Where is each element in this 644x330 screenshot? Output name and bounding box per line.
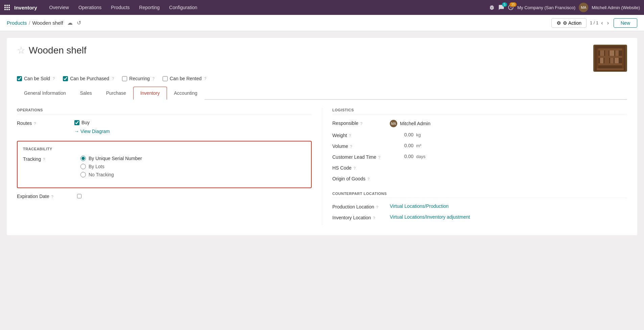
hs-code-help[interactable]: ? <box>354 166 356 170</box>
can-be-purchased-label: Can be Purchased <box>70 76 109 81</box>
expiration-help[interactable]: ? <box>51 195 53 199</box>
inventory-location-value[interactable]: Virtual Locations/Inventory adjustment <box>390 214 470 220</box>
weight-help[interactable]: ? <box>349 134 351 138</box>
production-location-value[interactable]: Virtual Locations/Production <box>390 203 449 209</box>
can-be-purchased-input[interactable] <box>63 76 68 81</box>
tracking-serial[interactable]: By Unique Serial Number <box>80 156 142 161</box>
responsible-help[interactable]: ? <box>360 122 362 126</box>
route-buy-label: Buy <box>81 120 90 125</box>
clock-badge: 35 <box>509 2 517 7</box>
chat-icon[interactable]: 5 <box>498 4 504 10</box>
product-image <box>593 45 627 72</box>
responsible-field-label: Responsible ? <box>332 120 390 126</box>
can-be-rented-input[interactable] <box>163 76 168 81</box>
can-be-rented-label: Can be Rented <box>170 76 201 81</box>
tab-inventory[interactable]: Inventory <box>133 87 167 100</box>
traceability-section: TRACEABILITY Tracking ? By Unique Serial… <box>17 141 312 188</box>
nav-operations[interactable]: Operations <box>74 3 105 12</box>
can-be-sold-label: Can be Sold <box>24 76 50 81</box>
can-be-rented-checkbox[interactable]: Can be Rented ? <box>163 76 206 81</box>
responsible-row: Responsible ? MA Mitchell Admin <box>332 120 627 127</box>
origin-help[interactable]: ? <box>367 177 369 181</box>
tracking-lots-input[interactable] <box>80 164 86 169</box>
tracking-none[interactable]: No Tracking <box>80 172 142 177</box>
recurring-checkbox[interactable]: Recurring ? <box>122 76 154 81</box>
clock-icon[interactable]: 35 <box>508 4 514 10</box>
app-brand[interactable]: Inventory <box>14 5 37 10</box>
breadcrumb: Products / Wooden shelf ☁ ↺ <box>7 20 81 26</box>
routes-help[interactable]: ? <box>34 122 36 126</box>
tab-accounting[interactable]: Accounting <box>167 87 205 100</box>
production-location-row: Production Location ? Virtual Locations/… <box>332 203 627 210</box>
bug-icon[interactable] <box>489 4 495 10</box>
weight-input[interactable] <box>390 132 413 137</box>
svg-rect-20 <box>604 58 609 63</box>
volume-row: Volume ? m³ <box>332 143 627 149</box>
can-be-sold-help[interactable]: ? <box>53 76 55 81</box>
tracking-serial-input[interactable] <box>80 156 86 161</box>
svg-rect-14 <box>622 48 624 68</box>
tracking-lots-label: By Lots <box>89 164 104 169</box>
can-be-sold-checkbox[interactable]: Can be Sold ? <box>17 76 55 81</box>
nav-overview[interactable]: Overview <box>45 3 73 12</box>
view-diagram-link[interactable]: → View Diagram <box>74 129 110 134</box>
svg-rect-12 <box>597 63 624 65</box>
product-title-area: ☆ Wooden shelf <box>17 45 87 56</box>
inventory-location-help[interactable]: ? <box>373 216 375 220</box>
tab-sales[interactable]: Sales <box>73 87 99 100</box>
can-be-purchased-checkbox[interactable]: Can be Purchased ? <box>63 76 114 81</box>
clt-input[interactable] <box>390 154 413 159</box>
save-cloud-icon[interactable]: ☁ <box>67 20 73 26</box>
favorite-star-icon[interactable]: ☆ <box>17 45 25 56</box>
svg-rect-7 <box>6 9 8 10</box>
routes-area: Buy → View Diagram <box>74 120 110 134</box>
nav-reporting[interactable]: Reporting <box>135 3 164 12</box>
svg-rect-15 <box>600 50 604 56</box>
volume-value-area: m³ <box>390 143 421 148</box>
customer-lead-time-row: Customer Lead Time ? days <box>332 154 627 160</box>
inventory-tab-content: OPERATIONS Routes ? Buy <box>17 100 627 225</box>
logistics-section: LOGISTICS Responsible ? MA Mitchell Admi… <box>332 108 627 181</box>
tab-general[interactable]: General Information <box>17 87 73 100</box>
tracking-none-label: No Tracking <box>89 172 114 177</box>
route-buy[interactable]: Buy <box>74 120 110 125</box>
production-location-help[interactable]: ? <box>376 205 378 209</box>
tracking-none-input[interactable] <box>80 172 86 177</box>
recurring-help[interactable]: ? <box>152 76 154 81</box>
routes-row: Routes ? Buy → View Diagram <box>17 120 312 134</box>
production-location-label: Production Location ? <box>332 203 390 210</box>
routes-label: Routes ? <box>17 120 74 126</box>
svg-rect-0 <box>4 5 6 6</box>
user-avatar[interactable]: MA <box>579 3 588 12</box>
svg-rect-2 <box>8 5 10 6</box>
nav-configuration[interactable]: Configuration <box>165 3 201 12</box>
can-be-purchased-help[interactable]: ? <box>112 76 114 81</box>
can-be-sold-input[interactable] <box>17 76 22 81</box>
weight-value-area: kg <box>390 132 421 137</box>
reset-icon[interactable]: ↺ <box>77 20 81 26</box>
svg-rect-19 <box>600 58 603 63</box>
route-buy-input[interactable] <box>74 120 79 125</box>
volume-help[interactable]: ? <box>350 145 352 149</box>
action-button[interactable]: ⚙ Action <box>551 18 587 28</box>
clt-help[interactable]: ? <box>378 155 380 159</box>
tracking-label: Tracking ? <box>23 156 80 162</box>
user-name[interactable]: Mitchell Admin (Website) <box>592 5 640 10</box>
can-be-rented-help[interactable]: ? <box>204 76 206 81</box>
tracking-serial-label: By Unique Serial Number <box>89 156 142 161</box>
company-name[interactable]: My Company (San Francisco) <box>517 5 575 10</box>
recurring-input[interactable] <box>122 76 127 81</box>
prev-button[interactable]: ‹ <box>600 19 604 27</box>
volume-input[interactable] <box>390 143 413 148</box>
expiration-date-checkbox[interactable] <box>77 194 81 198</box>
breadcrumb-parent[interactable]: Products <box>7 20 27 26</box>
tracking-lots[interactable]: By Lots <box>80 164 142 169</box>
next-button[interactable]: › <box>606 19 610 27</box>
new-button[interactable]: New <box>614 18 637 28</box>
tracking-help[interactable]: ? <box>43 157 45 161</box>
right-column: LOGISTICS Responsible ? MA Mitchell Admi… <box>322 108 627 225</box>
tab-purchase[interactable]: Purchase <box>99 87 133 100</box>
nav-products[interactable]: Products <box>107 3 134 12</box>
apps-icon[interactable] <box>4 4 10 10</box>
responsible-avatar: MA <box>390 120 397 127</box>
